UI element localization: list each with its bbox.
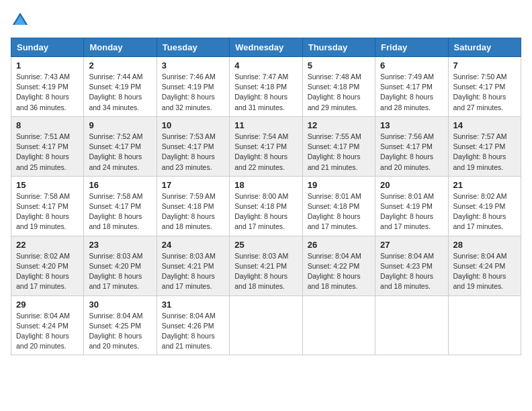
cell-info: Sunrise: 8:04 AM Sunset: 4:25 PM Dayligh… — [89, 311, 151, 352]
calendar-cell: 9 Sunrise: 7:52 AM Sunset: 4:17 PM Dayli… — [84, 116, 157, 176]
calendar-cell: 13 Sunrise: 7:56 AM Sunset: 4:17 PM Dayl… — [375, 116, 448, 176]
day-number: 23 — [89, 240, 151, 250]
cell-info: Sunrise: 8:03 AM Sunset: 4:21 PM Dayligh… — [234, 251, 297, 292]
calendar-cell: 26 Sunrise: 8:04 AM Sunset: 4:22 PM Dayl… — [302, 236, 375, 295]
day-number: 7 — [453, 60, 516, 71]
calendar-cell: 22 Sunrise: 8:02 AM Sunset: 4:20 PM Dayl… — [11, 236, 84, 295]
calendar-cell: 21 Sunrise: 8:02 AM Sunset: 4:19 PM Dayl… — [448, 176, 521, 236]
day-number: 16 — [89, 180, 151, 190]
cell-info: Sunrise: 7:49 AM Sunset: 4:17 PM Dayligh… — [380, 72, 443, 113]
day-of-week-header: Wednesday — [230, 38, 302, 57]
day-number: 2 — [89, 60, 151, 71]
calendar-cell: 1 Sunrise: 7:43 AM Sunset: 4:19 PM Dayli… — [11, 57, 84, 117]
calendar-cell: 7 Sunrise: 7:50 AM Sunset: 4:17 PM Dayli… — [448, 57, 521, 117]
cell-info: Sunrise: 8:01 AM Sunset: 4:19 PM Dayligh… — [380, 191, 443, 232]
calendar-cell: 4 Sunrise: 7:47 AM Sunset: 4:18 PM Dayli… — [230, 57, 302, 117]
calendar-cell: 15 Sunrise: 7:58 AM Sunset: 4:17 PM Dayl… — [11, 176, 84, 236]
calendar-cell: 11 Sunrise: 7:54 AM Sunset: 4:17 PM Dayl… — [230, 116, 302, 176]
calendar-cell: 20 Sunrise: 8:01 AM Sunset: 4:19 PM Dayl… — [375, 176, 448, 236]
calendar-cell: 29 Sunrise: 8:04 AM Sunset: 4:24 PM Dayl… — [11, 295, 84, 355]
day-number: 18 — [234, 180, 297, 190]
cell-info: Sunrise: 8:03 AM Sunset: 4:21 PM Dayligh… — [162, 251, 224, 292]
cell-info: Sunrise: 7:43 AM Sunset: 4:19 PM Dayligh… — [16, 72, 79, 113]
day-number: 14 — [453, 120, 516, 130]
day-number: 12 — [308, 120, 370, 130]
cell-info: Sunrise: 7:53 AM Sunset: 4:17 PM Dayligh… — [162, 132, 224, 173]
calendar-cell: 27 Sunrise: 8:04 AM Sunset: 4:23 PM Dayl… — [375, 236, 448, 295]
cell-info: Sunrise: 7:59 AM Sunset: 4:18 PM Dayligh… — [162, 191, 224, 232]
cell-info: Sunrise: 7:48 AM Sunset: 4:18 PM Dayligh… — [308, 72, 370, 113]
day-of-week-header: Monday — [84, 38, 157, 57]
calendar-cell: 31 Sunrise: 8:04 AM Sunset: 4:26 PM Dayl… — [157, 295, 229, 355]
calendar-cell: 23 Sunrise: 8:03 AM Sunset: 4:20 PM Dayl… — [84, 236, 157, 295]
calendar-cell — [230, 295, 302, 355]
calendar-cell: 14 Sunrise: 7:57 AM Sunset: 4:17 PM Dayl… — [448, 116, 521, 176]
day-of-week-header: Sunday — [11, 38, 84, 57]
day-number: 27 — [380, 240, 443, 250]
cell-info: Sunrise: 8:03 AM Sunset: 4:20 PM Dayligh… — [89, 251, 151, 292]
cell-info: Sunrise: 8:04 AM Sunset: 4:24 PM Dayligh… — [453, 251, 516, 292]
cell-info: Sunrise: 8:02 AM Sunset: 4:19 PM Dayligh… — [453, 191, 516, 232]
day-number: 28 — [453, 240, 516, 250]
page-header — [11, 11, 521, 30]
logo — [11, 11, 32, 30]
cell-info: Sunrise: 7:46 AM Sunset: 4:19 PM Dayligh… — [162, 72, 224, 113]
cell-info: Sunrise: 8:01 AM Sunset: 4:18 PM Dayligh… — [308, 191, 370, 232]
calendar-cell — [448, 295, 521, 355]
cell-info: Sunrise: 8:04 AM Sunset: 4:24 PM Dayligh… — [16, 311, 79, 352]
calendar-cell: 5 Sunrise: 7:48 AM Sunset: 4:18 PM Dayli… — [302, 57, 375, 117]
calendar-cell: 12 Sunrise: 7:55 AM Sunset: 4:17 PM Dayl… — [302, 116, 375, 176]
day-number: 8 — [16, 120, 79, 130]
day-number: 6 — [380, 60, 443, 71]
calendar-table: SundayMondayTuesdayWednesdayThursdayFrid… — [11, 38, 521, 355]
cell-info: Sunrise: 7:54 AM Sunset: 4:17 PM Dayligh… — [234, 132, 297, 173]
calendar-cell: 30 Sunrise: 8:04 AM Sunset: 4:25 PM Dayl… — [84, 295, 157, 355]
day-number: 22 — [16, 240, 79, 250]
calendar-cell: 8 Sunrise: 7:51 AM Sunset: 4:17 PM Dayli… — [11, 116, 84, 176]
day-of-week-header: Friday — [375, 38, 448, 57]
calendar-cell: 3 Sunrise: 7:46 AM Sunset: 4:19 PM Dayli… — [157, 57, 229, 117]
day-number: 29 — [16, 300, 79, 310]
cell-info: Sunrise: 8:00 AM Sunset: 4:18 PM Dayligh… — [234, 191, 297, 232]
calendar-cell: 6 Sunrise: 7:49 AM Sunset: 4:17 PM Dayli… — [375, 57, 448, 117]
logo-icon — [11, 11, 30, 30]
day-number: 24 — [162, 240, 224, 250]
cell-info: Sunrise: 8:04 AM Sunset: 4:22 PM Dayligh… — [308, 251, 370, 292]
day-number: 25 — [234, 240, 297, 250]
day-number: 3 — [162, 60, 224, 71]
day-number: 30 — [89, 300, 151, 310]
calendar-cell: 18 Sunrise: 8:00 AM Sunset: 4:18 PM Dayl… — [230, 176, 302, 236]
day-number: 31 — [162, 300, 224, 310]
cell-info: Sunrise: 7:58 AM Sunset: 4:17 PM Dayligh… — [16, 191, 79, 232]
cell-info: Sunrise: 7:52 AM Sunset: 4:17 PM Dayligh… — [89, 132, 151, 173]
calendar-cell: 19 Sunrise: 8:01 AM Sunset: 4:18 PM Dayl… — [302, 176, 375, 236]
day-number: 15 — [16, 180, 79, 190]
day-number: 10 — [162, 120, 224, 130]
day-number: 26 — [308, 240, 370, 250]
day-number: 1 — [16, 60, 79, 71]
cell-info: Sunrise: 8:04 AM Sunset: 4:23 PM Dayligh… — [380, 251, 443, 292]
calendar-cell: 17 Sunrise: 7:59 AM Sunset: 4:18 PM Dayl… — [157, 176, 229, 236]
cell-info: Sunrise: 7:50 AM Sunset: 4:17 PM Dayligh… — [453, 72, 516, 113]
day-of-week-header: Tuesday — [157, 38, 229, 57]
cell-info: Sunrise: 7:55 AM Sunset: 4:17 PM Dayligh… — [308, 132, 370, 173]
calendar-cell: 2 Sunrise: 7:44 AM Sunset: 4:19 PM Dayli… — [84, 57, 157, 117]
calendar-cell: 28 Sunrise: 8:04 AM Sunset: 4:24 PM Dayl… — [448, 236, 521, 295]
day-number: 5 — [308, 60, 370, 71]
day-number: 13 — [380, 120, 443, 130]
cell-info: Sunrise: 7:58 AM Sunset: 4:17 PM Dayligh… — [89, 191, 151, 232]
day-number: 11 — [234, 120, 297, 130]
cell-info: Sunrise: 7:51 AM Sunset: 4:17 PM Dayligh… — [16, 132, 79, 173]
cell-info: Sunrise: 7:56 AM Sunset: 4:17 PM Dayligh… — [380, 132, 443, 173]
calendar-cell: 25 Sunrise: 8:03 AM Sunset: 4:21 PM Dayl… — [230, 236, 302, 295]
day-number: 20 — [380, 180, 443, 190]
day-of-week-header: Thursday — [302, 38, 375, 57]
day-number: 9 — [89, 120, 151, 130]
calendar-cell: 24 Sunrise: 8:03 AM Sunset: 4:21 PM Dayl… — [157, 236, 229, 295]
day-number: 19 — [308, 180, 370, 190]
day-number: 17 — [162, 180, 224, 190]
calendar-cell: 16 Sunrise: 7:58 AM Sunset: 4:17 PM Dayl… — [84, 176, 157, 236]
cell-info: Sunrise: 8:04 AM Sunset: 4:26 PM Dayligh… — [162, 311, 224, 352]
day-number: 4 — [234, 60, 297, 71]
calendar-cell — [302, 295, 375, 355]
